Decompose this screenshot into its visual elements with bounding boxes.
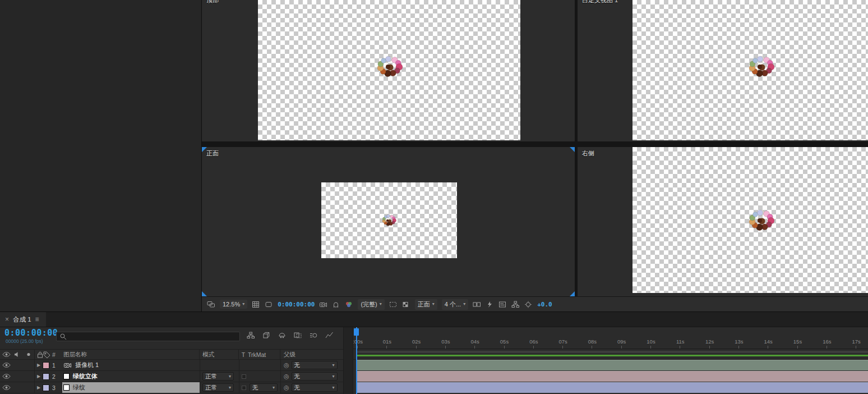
- label-column-header[interactable]: [43, 351, 52, 358]
- timeline-button-icon[interactable]: [498, 301, 507, 308]
- shy-layers-icon[interactable]: [278, 332, 287, 339]
- preserve-transparency-checkbox[interactable]: [242, 374, 246, 379]
- pane-divider[interactable]: [343, 327, 353, 394]
- layer-row-1[interactable]: ▶1摄像机 1◎无▾: [0, 360, 343, 371]
- chevron-down-icon: ▾: [432, 302, 435, 306]
- t-column-header[interactable]: T: [239, 351, 248, 358]
- view-layout-dropdown[interactable]: 4 个...▾: [442, 299, 468, 310]
- layer-duration-bar-2[interactable]: [357, 371, 868, 382]
- blend-mode-dropdown[interactable]: 正常▾: [202, 383, 234, 392]
- frame-blending-icon[interactable]: [294, 332, 302, 339]
- view-top[interactable]: 顶部: [202, 0, 575, 141]
- region-of-interest-icon[interactable]: [389, 301, 398, 308]
- close-icon[interactable]: ×: [5, 315, 9, 323]
- layer-name-zone[interactable]: 绿纹: [62, 382, 200, 393]
- parent-dropdown[interactable]: 无▾: [292, 361, 338, 369]
- view-right[interactable]: 右侧: [578, 147, 868, 296]
- 3d-view-dropdown[interactable]: 正面▾: [415, 299, 437, 310]
- magnification-dropdown[interactable]: 12.5%▾: [220, 300, 247, 309]
- snapshot-icon[interactable]: [319, 301, 327, 308]
- parent-dropdown[interactable]: 无▾: [292, 372, 338, 381]
- grid-options-icon[interactable]: [252, 301, 260, 308]
- tab-composition-1[interactable]: × 合成 1 ≡: [0, 312, 46, 327]
- layer-name-column-header[interactable]: 图层名称: [62, 350, 200, 359]
- expand-arrow-icon[interactable]: ▶: [35, 363, 43, 368]
- current-time-indicator-handle[interactable]: [354, 328, 359, 336]
- graph-editor-icon[interactable]: [325, 332, 334, 339]
- motion-blur-icon[interactable]: [310, 332, 318, 339]
- draft-3d-icon[interactable]: [262, 332, 271, 339]
- layer-duration-bar-3[interactable]: [357, 382, 868, 393]
- ruler-tick-label: 11s: [676, 338, 685, 345]
- pixel-aspect-icon[interactable]: [473, 301, 481, 308]
- time-ruler[interactable]: :00s01s02s03s04s05s06s07s08s09s10s11s12s…: [353, 327, 868, 349]
- pickwhip-icon[interactable]: ◎: [284, 384, 289, 391]
- ruler-tick-label: 07s: [558, 338, 567, 345]
- work-area-bar[interactable]: [357, 351, 868, 353]
- exposure-value[interactable]: +0.0: [537, 301, 552, 308]
- blend-mode-dropdown[interactable]: 正常▾: [202, 372, 234, 381]
- after-effects-app: 顶部自定义视图 1正面右侧 12.5%▾0:00:00:00(完整)▾正面▾4 …: [0, 0, 868, 394]
- 3d-sphere-cluster-object[interactable]: [745, 52, 778, 80]
- current-timecode[interactable]: 0:00:00:00: [4, 328, 58, 338]
- layer-name[interactable]: 绿纹: [73, 383, 85, 392]
- panel-menu-icon[interactable]: ≡: [35, 315, 39, 323]
- 3d-view-dropdown-value: 正面: [418, 300, 430, 309]
- layer-visibility-eye-icon[interactable]: [2, 373, 11, 380]
- mask-visibility-icon[interactable]: [265, 301, 273, 308]
- ruler-tick-mark: [592, 346, 592, 349]
- layer-name-zone[interactable]: 绿纹立体: [62, 371, 200, 382]
- layer-av-switches: [0, 382, 35, 393]
- layer-name[interactable]: 绿纹立体: [73, 372, 98, 381]
- active-view-corner-icon: [570, 291, 575, 296]
- show-snapshot-icon[interactable]: [332, 301, 340, 308]
- transparency-grid-icon[interactable]: [402, 301, 410, 308]
- trkmat-cell: [248, 371, 280, 382]
- ruler-tick-mark: [680, 346, 680, 349]
- layer-name[interactable]: 摄像机 1: [75, 361, 99, 369]
- layer-duration-bar-1[interactable]: [357, 360, 868, 370]
- parent-column-header[interactable]: 父级: [280, 350, 343, 359]
- pickwhip-icon[interactable]: ◎: [284, 362, 289, 368]
- layer-row-3[interactable]: ▶3绿纹正常▾无▾◎无▾: [0, 382, 343, 393]
- trkmat-dropdown[interactable]: 无▾: [250, 383, 278, 392]
- flowchart-button-icon[interactable]: [511, 301, 520, 308]
- video-eye-column-icon[interactable]: [2, 351, 11, 358]
- chevron-down-icon: ▾: [380, 302, 382, 306]
- work-area-green-line: [357, 355, 868, 356]
- trkmat-column-header[interactable]: TrkMat: [248, 350, 280, 359]
- search-input[interactable]: [56, 332, 240, 341]
- label-color-chip[interactable]: [43, 384, 49, 391]
- view-custom[interactable]: 自定义视图 1: [578, 0, 868, 141]
- viewer-timecode[interactable]: 0:00:00:00: [278, 301, 315, 308]
- layer-name-zone[interactable]: 摄像机 1: [62, 360, 200, 370]
- fast-previews-icon[interactable]: [486, 301, 494, 308]
- current-time-indicator[interactable]: [356, 327, 357, 394]
- audio-column-icon[interactable]: [13, 351, 22, 358]
- resolution-dropdown[interactable]: (完整)▾: [358, 299, 384, 310]
- parent-value: 无: [294, 373, 301, 381]
- label-color-chip[interactable]: [43, 373, 49, 380]
- view-front[interactable]: 正面: [202, 147, 575, 296]
- parent-dropdown[interactable]: 无▾: [292, 383, 338, 392]
- layer-visibility-eye-icon[interactable]: [2, 384, 11, 391]
- label-color-chip[interactable]: [43, 362, 49, 369]
- layer-row-2[interactable]: ▶2绿纹立体正常▾◎无▾: [0, 371, 343, 382]
- number-column-header[interactable]: #: [52, 351, 62, 358]
- expand-arrow-icon[interactable]: ▶: [35, 374, 43, 379]
- solo-column-icon[interactable]: [25, 351, 33, 358]
- mode-column-header[interactable]: 模式: [200, 350, 239, 359]
- 3d-sphere-cluster-object[interactable]: [373, 52, 407, 80]
- reset-exposure-icon[interactable]: [524, 301, 533, 308]
- pickwhip-icon[interactable]: ◎: [284, 373, 289, 379]
- channels-icon[interactable]: [345, 301, 353, 308]
- 3d-sphere-cluster-object[interactable]: [372, 206, 406, 234]
- layer-visibility-eye-icon[interactable]: [2, 361, 11, 369]
- 3d-sphere-cluster-object[interactable]: [745, 206, 778, 234]
- chevron-down-icon: ▾: [333, 374, 335, 379]
- preserve-transparency-checkbox[interactable]: [242, 386, 246, 390]
- always-preview-icon[interactable]: [207, 301, 215, 308]
- expand-arrow-icon[interactable]: ▶: [35, 385, 43, 390]
- mini-flowchart-icon[interactable]: [247, 332, 255, 339]
- ruler-tick-mark: [621, 346, 622, 349]
